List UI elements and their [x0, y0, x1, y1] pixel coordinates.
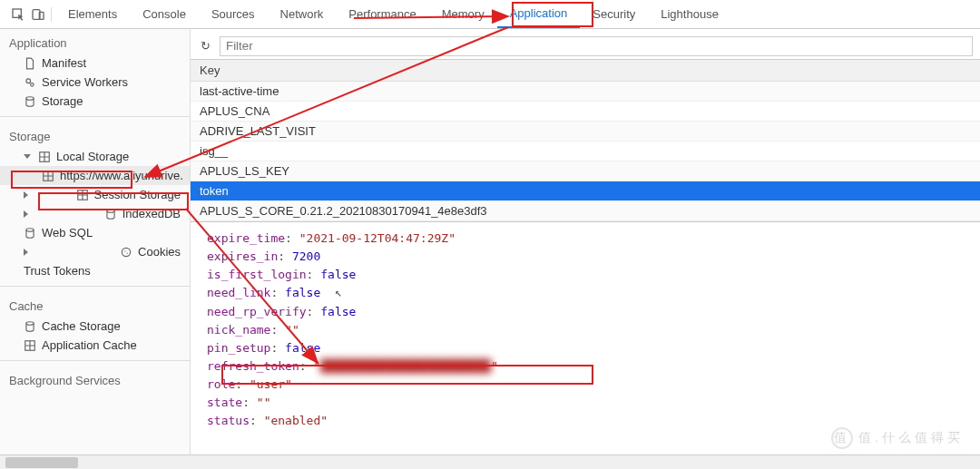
- label: https://www.aliyundrive.: [60, 169, 183, 182]
- label: Trust Tokens: [24, 264, 91, 278]
- tab-lighthouse[interactable]: Lighthouse: [648, 0, 731, 28]
- application-sidebar: Application Manifest Service Workers Sto…: [0, 29, 191, 454]
- section-application: Application: [0, 29, 190, 54]
- grid-icon: [76, 189, 89, 201]
- chevron-right-icon: [24, 249, 113, 256]
- database-icon: [104, 208, 117, 220]
- sidebar-item-cache-storage[interactable]: Cache Storage: [0, 317, 190, 336]
- sidebar-item-manifest[interactable]: Manifest: [0, 54, 190, 73]
- v: false: [285, 341, 320, 355]
- filter-bar: ↻: [191, 33, 980, 60]
- horizontal-scrollbar[interactable]: [0, 454, 980, 469]
- table-row[interactable]: token: [191, 181, 980, 201]
- device-icon[interactable]: [31, 7, 45, 22]
- devtools-tabs: ElementsConsoleSourcesNetworkPerformance…: [0, 0, 980, 29]
- v: false: [320, 305, 356, 318]
- svg-point-5: [26, 96, 34, 100]
- label: Local Storage: [56, 150, 129, 163]
- table-row[interactable]: isg__: [191, 142, 980, 161]
- tab-application[interactable]: Application: [497, 0, 581, 28]
- svg-point-9: [107, 209, 114, 212]
- label: Web SQL: [42, 226, 93, 239]
- table-row[interactable]: ADRIVE_LAST_VISIT: [191, 122, 980, 142]
- main-split: Application Manifest Service Workers Sto…: [0, 29, 980, 454]
- svg-point-11: [122, 248, 130, 256]
- table-row[interactable]: APLUS_CNA: [191, 102, 980, 122]
- tab-performance[interactable]: Performance: [336, 0, 428, 28]
- label: Application Cache: [42, 338, 137, 352]
- label: Cache Storage: [42, 319, 121, 333]
- sidebar-item-trust-tokens[interactable]: Trust Tokens: [0, 261, 190, 280]
- sidebar-item-local-storage[interactable]: Local Storage: [0, 147, 190, 166]
- sidebar-item-application-cache[interactable]: Application Cache: [0, 336, 190, 355]
- label: IndexedDB: [122, 207, 181, 220]
- sidebar-item-session-storage[interactable]: Session Storage: [0, 185, 190, 204]
- section-storage: Storage: [0, 122, 190, 147]
- v: enabled: [270, 414, 320, 427]
- sidebar-item-service-workers[interactable]: Service Workers: [0, 73, 190, 92]
- svg-point-12: [124, 250, 125, 251]
- sidebar-item-indexeddb[interactable]: IndexedDB: [0, 204, 190, 223]
- label: Cookies: [138, 245, 181, 259]
- label: Storage: [42, 94, 83, 108]
- section-cache: Cache: [0, 292, 190, 317]
- v: ████████████████████████: [320, 359, 491, 373]
- keys-table: Key last-active-timeAPLUS_CNAADRIVE_LAST…: [191, 60, 980, 222]
- svg-point-14: [26, 321, 34, 325]
- sidebar-item-cookies[interactable]: Cookies: [0, 242, 190, 261]
- gears-icon: [24, 76, 36, 89]
- chevron-right-icon: [24, 191, 69, 199]
- sidebar-item-origin[interactable]: https://www.aliyundrive.: [0, 166, 190, 185]
- label: Service Workers: [42, 75, 128, 89]
- cookie-icon: [120, 246, 132, 259]
- reload-button[interactable]: ↻: [191, 39, 220, 53]
- label: Session Storage: [94, 188, 181, 201]
- chevron-down-icon: [24, 154, 31, 159]
- tab-network[interactable]: Network: [268, 0, 337, 28]
- svg-point-10: [26, 228, 34, 231]
- svg-point-3: [26, 78, 31, 83]
- v: false: [320, 268, 356, 281]
- sidebar-item-storage[interactable]: Storage: [0, 92, 190, 111]
- database-icon: [24, 320, 36, 333]
- svg-point-13: [127, 252, 128, 253]
- v: false: [285, 286, 320, 299]
- v: 2021-09-12T04:47:29Z: [307, 231, 449, 245]
- storage-panel: ↻ Key last-active-timeAPLUS_CNAADRIVE_LA…: [191, 29, 980, 454]
- v: 7200: [292, 249, 320, 263]
- svg-point-4: [31, 83, 34, 86]
- database-icon: [24, 227, 36, 239]
- watermark-text: 值.什么值得买: [858, 430, 964, 446]
- v: user: [257, 377, 285, 391]
- section-bg: Background Services: [0, 366, 190, 391]
- inspect-icons: [5, 7, 52, 22]
- inspect-icon[interactable]: [11, 7, 25, 22]
- grid-icon: [24, 339, 36, 352]
- table-header-key[interactable]: Key: [191, 60, 980, 82]
- table-row[interactable]: last-active-time: [191, 82, 980, 102]
- tab-memory[interactable]: Memory: [429, 0, 497, 28]
- watermark: 值值.什么值得买: [831, 427, 964, 449]
- database-icon: [24, 95, 36, 108]
- label: Manifest: [42, 56, 86, 70]
- value-detail[interactable]: expire_time: "2021-09-12T04:47:29Z" expi…: [191, 222, 980, 454]
- tab-elements[interactable]: Elements: [55, 0, 130, 28]
- file-icon: [24, 57, 36, 70]
- filter-input[interactable]: [220, 36, 973, 56]
- tab-sources[interactable]: Sources: [199, 0, 268, 28]
- tab-security[interactable]: Security: [580, 0, 648, 28]
- grid-icon: [38, 151, 51, 163]
- table-row[interactable]: APLUS_LS_KEY: [191, 161, 980, 181]
- grid-icon: [42, 170, 54, 182]
- tab-console[interactable]: Console: [130, 0, 199, 28]
- chevron-right-icon: [24, 210, 97, 218]
- sidebar-item-websql[interactable]: Web SQL: [0, 223, 190, 242]
- table-row[interactable]: APLUS_S_CORE_0.21.2_20210830170941_4e8e3…: [191, 201, 980, 221]
